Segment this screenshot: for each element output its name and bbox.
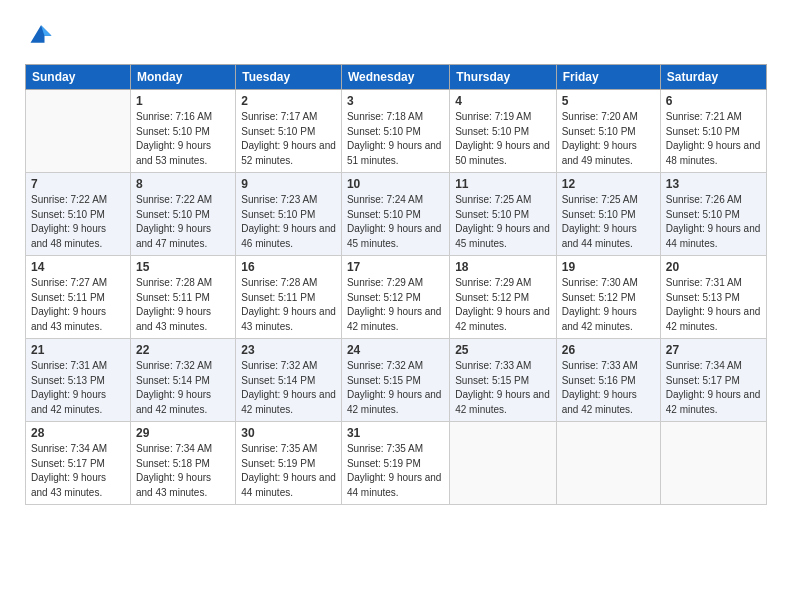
day-info: Sunrise: 7:20 AM Sunset: 5:10 PM Dayligh… xyxy=(562,110,655,168)
sunrise-label: Sunrise: 7:22 AM xyxy=(31,194,107,205)
sunset-label: Sunset: 5:10 PM xyxy=(455,209,529,220)
calendar-cell: 11 Sunrise: 7:25 AM Sunset: 5:10 PM Dayl… xyxy=(450,173,557,256)
day-number: 10 xyxy=(347,177,444,191)
calendar-cell xyxy=(26,90,131,173)
sunrise-label: Sunrise: 7:21 AM xyxy=(666,111,742,122)
sunset-label: Sunset: 5:10 PM xyxy=(562,126,636,137)
sunset-label: Sunset: 5:13 PM xyxy=(31,375,105,386)
day-number: 20 xyxy=(666,260,761,274)
day-number: 13 xyxy=(666,177,761,191)
calendar-cell: 27 Sunrise: 7:34 AM Sunset: 5:17 PM Dayl… xyxy=(660,339,766,422)
sunset-label: Sunset: 5:10 PM xyxy=(562,209,636,220)
sunrise-label: Sunrise: 7:31 AM xyxy=(666,277,742,288)
sunset-label: Sunset: 5:12 PM xyxy=(455,292,529,303)
day-number: 25 xyxy=(455,343,551,357)
weekday-header: Sunday xyxy=(26,65,131,90)
daylight-label: Daylight: 9 hours and 42 minutes. xyxy=(562,389,637,415)
calendar-cell: 7 Sunrise: 7:22 AM Sunset: 5:10 PM Dayli… xyxy=(26,173,131,256)
daylight-label: Daylight: 9 hours and 42 minutes. xyxy=(136,389,211,415)
sunset-label: Sunset: 5:10 PM xyxy=(136,126,210,137)
sunrise-label: Sunrise: 7:35 AM xyxy=(347,443,423,454)
sunset-label: Sunset: 5:13 PM xyxy=(666,292,740,303)
daylight-label: Daylight: 9 hours and 42 minutes. xyxy=(241,389,336,415)
day-info: Sunrise: 7:32 AM Sunset: 5:14 PM Dayligh… xyxy=(241,359,336,417)
sunset-label: Sunset: 5:10 PM xyxy=(136,209,210,220)
daylight-label: Daylight: 9 hours and 42 minutes. xyxy=(666,389,761,415)
sunrise-label: Sunrise: 7:34 AM xyxy=(31,443,107,454)
day-number: 7 xyxy=(31,177,125,191)
day-info: Sunrise: 7:19 AM Sunset: 5:10 PM Dayligh… xyxy=(455,110,551,168)
sunrise-label: Sunrise: 7:20 AM xyxy=(562,111,638,122)
sunset-label: Sunset: 5:12 PM xyxy=(347,292,421,303)
sunset-label: Sunset: 5:11 PM xyxy=(31,292,105,303)
sunrise-label: Sunrise: 7:25 AM xyxy=(562,194,638,205)
sunrise-label: Sunrise: 7:18 AM xyxy=(347,111,423,122)
logo xyxy=(25,20,59,52)
sunset-label: Sunset: 5:14 PM xyxy=(136,375,210,386)
day-info: Sunrise: 7:23 AM Sunset: 5:10 PM Dayligh… xyxy=(241,193,336,251)
sunset-label: Sunset: 5:14 PM xyxy=(241,375,315,386)
day-info: Sunrise: 7:31 AM Sunset: 5:13 PM Dayligh… xyxy=(666,276,761,334)
sunrise-label: Sunrise: 7:22 AM xyxy=(136,194,212,205)
sunset-label: Sunset: 5:10 PM xyxy=(241,209,315,220)
day-info: Sunrise: 7:29 AM Sunset: 5:12 PM Dayligh… xyxy=(347,276,444,334)
calendar-cell: 4 Sunrise: 7:19 AM Sunset: 5:10 PM Dayli… xyxy=(450,90,557,173)
daylight-label: Daylight: 9 hours and 44 minutes. xyxy=(241,472,336,498)
sunset-label: Sunset: 5:15 PM xyxy=(455,375,529,386)
sunset-label: Sunset: 5:10 PM xyxy=(666,126,740,137)
calendar-cell xyxy=(556,422,660,505)
day-info: Sunrise: 7:28 AM Sunset: 5:11 PM Dayligh… xyxy=(136,276,230,334)
sunrise-label: Sunrise: 7:25 AM xyxy=(455,194,531,205)
daylight-label: Daylight: 9 hours and 43 minutes. xyxy=(136,306,211,332)
daylight-label: Daylight: 9 hours and 42 minutes. xyxy=(347,389,442,415)
day-info: Sunrise: 7:22 AM Sunset: 5:10 PM Dayligh… xyxy=(136,193,230,251)
day-number: 15 xyxy=(136,260,230,274)
logo-block xyxy=(25,20,55,52)
sunset-label: Sunset: 5:10 PM xyxy=(347,126,421,137)
calendar-cell: 28 Sunrise: 7:34 AM Sunset: 5:17 PM Dayl… xyxy=(26,422,131,505)
calendar-cell: 2 Sunrise: 7:17 AM Sunset: 5:10 PM Dayli… xyxy=(236,90,342,173)
sunset-label: Sunset: 5:10 PM xyxy=(241,126,315,137)
day-number: 9 xyxy=(241,177,336,191)
day-number: 14 xyxy=(31,260,125,274)
day-info: Sunrise: 7:29 AM Sunset: 5:12 PM Dayligh… xyxy=(455,276,551,334)
calendar-cell: 3 Sunrise: 7:18 AM Sunset: 5:10 PM Dayli… xyxy=(341,90,449,173)
daylight-label: Daylight: 9 hours and 43 minutes. xyxy=(241,306,336,332)
sunrise-label: Sunrise: 7:35 AM xyxy=(241,443,317,454)
day-info: Sunrise: 7:21 AM Sunset: 5:10 PM Dayligh… xyxy=(666,110,761,168)
day-number: 23 xyxy=(241,343,336,357)
sunset-label: Sunset: 5:10 PM xyxy=(347,209,421,220)
daylight-label: Daylight: 9 hours and 43 minutes. xyxy=(136,472,211,498)
day-number: 4 xyxy=(455,94,551,108)
daylight-label: Daylight: 9 hours and 50 minutes. xyxy=(455,140,550,166)
sunrise-label: Sunrise: 7:30 AM xyxy=(562,277,638,288)
header xyxy=(25,20,767,52)
daylight-label: Daylight: 9 hours and 48 minutes. xyxy=(31,223,106,249)
day-number: 21 xyxy=(31,343,125,357)
calendar-cell: 25 Sunrise: 7:33 AM Sunset: 5:15 PM Dayl… xyxy=(450,339,557,422)
weekday-header: Saturday xyxy=(660,65,766,90)
sunrise-label: Sunrise: 7:28 AM xyxy=(136,277,212,288)
daylight-label: Daylight: 9 hours and 45 minutes. xyxy=(455,223,550,249)
calendar-cell: 19 Sunrise: 7:30 AM Sunset: 5:12 PM Dayl… xyxy=(556,256,660,339)
sunrise-label: Sunrise: 7:23 AM xyxy=(241,194,317,205)
sunrise-label: Sunrise: 7:16 AM xyxy=(136,111,212,122)
day-number: 8 xyxy=(136,177,230,191)
calendar-cell: 26 Sunrise: 7:33 AM Sunset: 5:16 PM Dayl… xyxy=(556,339,660,422)
day-number: 19 xyxy=(562,260,655,274)
daylight-label: Daylight: 9 hours and 43 minutes. xyxy=(31,472,106,498)
sunrise-label: Sunrise: 7:17 AM xyxy=(241,111,317,122)
calendar-cell xyxy=(450,422,557,505)
sunset-label: Sunset: 5:12 PM xyxy=(562,292,636,303)
sunrise-label: Sunrise: 7:34 AM xyxy=(666,360,742,371)
sunrise-label: Sunrise: 7:26 AM xyxy=(666,194,742,205)
logo-icon xyxy=(27,20,55,48)
calendar-cell: 14 Sunrise: 7:27 AM Sunset: 5:11 PM Dayl… xyxy=(26,256,131,339)
day-info: Sunrise: 7:34 AM Sunset: 5:17 PM Dayligh… xyxy=(666,359,761,417)
day-number: 28 xyxy=(31,426,125,440)
sunset-label: Sunset: 5:17 PM xyxy=(31,458,105,469)
day-number: 27 xyxy=(666,343,761,357)
day-info: Sunrise: 7:34 AM Sunset: 5:18 PM Dayligh… xyxy=(136,442,230,500)
sunrise-label: Sunrise: 7:33 AM xyxy=(562,360,638,371)
sunset-label: Sunset: 5:19 PM xyxy=(241,458,315,469)
